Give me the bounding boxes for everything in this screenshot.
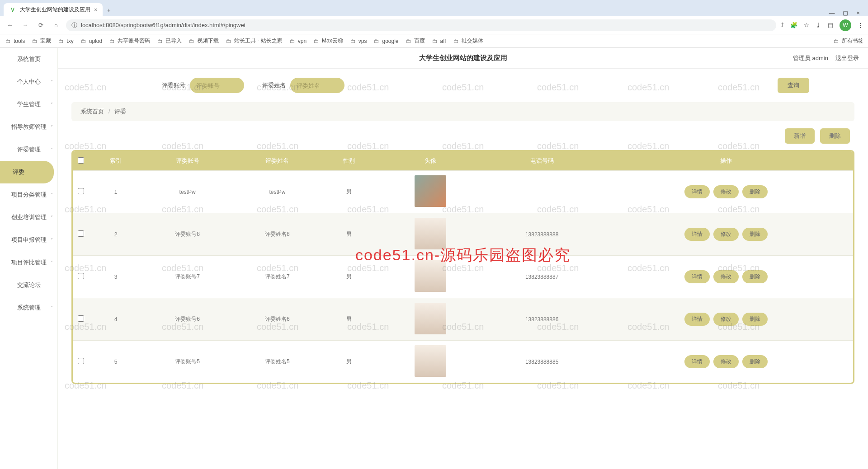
search-button[interactable]: 查询 xyxy=(778,78,809,93)
bookmark-item[interactable]: 🗀站长工具 - 站长之家 xyxy=(225,37,283,45)
bookmark-label: 宝藏 xyxy=(40,37,51,45)
row-actions: 详情修改删除 xyxy=(602,313,849,326)
bookmark-item[interactable]: 🗀已导入 xyxy=(156,37,182,45)
bookmark-item[interactable]: 🗀共享账号密码 xyxy=(108,37,150,45)
reload-button[interactable]: ⟳ xyxy=(35,22,46,28)
bookmark-item[interactable]: 🗀txy xyxy=(57,38,73,45)
extensions-icon[interactable]: 🧩 xyxy=(790,22,797,28)
folder-icon: 🗀 xyxy=(405,38,412,45)
select-all-checkbox[interactable] xyxy=(78,157,84,164)
bookmark-label: txy xyxy=(66,38,73,44)
sidebar-item[interactable]: 评委 xyxy=(0,161,54,183)
detail-button[interactable]: 详情 xyxy=(684,185,710,198)
sidebar-item[interactable]: 项目评比管理 xyxy=(0,251,57,274)
edit-button[interactable]: 修改 xyxy=(713,270,739,283)
browser-tab[interactable]: V 大学生创业网站的建设及应用 × xyxy=(4,3,103,16)
share-icon[interactable]: ⤴ xyxy=(781,22,784,28)
sidebar-item[interactable]: 创业培训管理 xyxy=(0,206,57,229)
bookmark-item[interactable]: 🗀tools xyxy=(5,38,25,45)
cell-index: 2 xyxy=(89,213,142,256)
bookmark-all[interactable]: 🗀所有书签 xyxy=(833,37,863,45)
bookmark-label: 所有书签 xyxy=(842,37,863,45)
row-checkbox[interactable] xyxy=(78,273,84,279)
delete-button[interactable]: 删除 xyxy=(820,128,850,144)
sidebar-item[interactable]: 交流论坛 xyxy=(0,274,57,296)
downloads-icon[interactable]: ⭳ xyxy=(816,22,821,28)
bookmark-star-icon[interactable]: ☆ xyxy=(804,22,809,28)
cell-name: 评委姓名8 xyxy=(232,213,322,256)
table-header-cell: 头像 xyxy=(376,151,485,171)
bookmark-label: aff xyxy=(440,38,446,44)
sidebar-item[interactable]: 学生管理 xyxy=(0,93,57,116)
bookmark-item[interactable]: 🗀uplod xyxy=(80,38,102,45)
row-checkbox[interactable] xyxy=(78,315,84,322)
folder-icon: 🗀 xyxy=(57,38,65,45)
sidebar-item[interactable]: 指导教师管理 xyxy=(0,116,57,138)
bookmark-item[interactable]: 🗀Max云梯 xyxy=(313,37,343,45)
bookmark-item[interactable]: 🗀vps xyxy=(349,38,367,45)
close-tab-icon[interactable]: × xyxy=(94,7,97,13)
new-tab-button[interactable]: + xyxy=(103,4,115,16)
add-button[interactable]: 新增 xyxy=(785,128,815,144)
row-delete-button[interactable]: 删除 xyxy=(742,355,768,368)
row-checkbox[interactable] xyxy=(78,230,84,237)
sidebar-item[interactable]: 系统管理 xyxy=(0,296,57,319)
address-bar: ← → ⟳ ⌂ ⓘ localhost:8080/springbootw6f1g… xyxy=(0,16,868,34)
bookmark-item[interactable]: 🗀视频下载 xyxy=(188,37,219,45)
profile-avatar[interactable]: W xyxy=(840,19,851,31)
app-header: 大学生创业网站的建设及应用 管理员 admin 退出登录 xyxy=(58,48,868,69)
detail-button[interactable]: 详情 xyxy=(684,355,710,368)
bookmark-label: 站长工具 - 站长之家 xyxy=(234,37,283,45)
avatar-image xyxy=(415,175,446,207)
bookmarks-bar: 🗀tools🗀宝藏🗀txy🗀uplod🗀共享账号密码🗀已导入🗀视频下载🗀站长工具… xyxy=(0,34,868,48)
bookmark-item[interactable]: 🗀百度 xyxy=(405,37,425,45)
row-checkbox[interactable] xyxy=(78,358,84,364)
bookmark-item[interactable]: 🗀社交媒体 xyxy=(453,37,483,45)
search-name-input[interactable] xyxy=(290,78,344,93)
cell-gender: 男 xyxy=(322,341,376,383)
row-delete-button[interactable]: 删除 xyxy=(742,313,768,326)
user-label[interactable]: 管理员 admin xyxy=(793,54,828,62)
sidebar-item[interactable]: 系统首页 xyxy=(0,48,57,70)
logout-button[interactable]: 退出登录 xyxy=(835,54,859,62)
row-checkbox[interactable] xyxy=(78,188,84,194)
search-account-input[interactable] xyxy=(190,78,244,93)
bookmark-item[interactable]: 🗀vpn xyxy=(289,38,307,45)
table-header-cell: 评委姓名 xyxy=(232,151,322,171)
reading-list-icon[interactable]: ▤ xyxy=(828,22,833,28)
sidebar-item[interactable]: 项目申报管理 xyxy=(0,229,57,251)
detail-button[interactable]: 详情 xyxy=(684,313,710,326)
row-delete-button[interactable]: 删除 xyxy=(742,270,768,283)
row-delete-button[interactable]: 删除 xyxy=(742,185,768,198)
detail-button[interactable]: 详情 xyxy=(684,270,710,283)
search-row: 评委账号 评委姓名 查询 xyxy=(71,78,854,93)
cell-phone: 13823888887 xyxy=(485,256,599,298)
edit-button[interactable]: 修改 xyxy=(713,313,739,326)
edit-button[interactable]: 修改 xyxy=(713,228,739,241)
bookmark-item[interactable]: 🗀aff xyxy=(431,38,446,45)
detail-button[interactable]: 详情 xyxy=(684,228,710,241)
cell-index: 4 xyxy=(89,298,142,341)
url-bar[interactable]: ⓘ localhost:8080/springbootw6f1g/admin/d… xyxy=(66,19,776,31)
back-button[interactable]: ← xyxy=(5,22,15,28)
avatar-image xyxy=(415,303,446,334)
site-info-icon[interactable]: ⓘ xyxy=(71,21,77,29)
edit-button[interactable]: 修改 xyxy=(713,185,739,198)
edit-button[interactable]: 修改 xyxy=(713,355,739,368)
maximize-icon[interactable]: ▢ xyxy=(843,9,848,16)
breadcrumb-home[interactable]: 系统首页 xyxy=(80,108,104,115)
menu-icon[interactable]: ⋮ xyxy=(858,22,863,28)
sidebar-item[interactable]: 项目分类管理 xyxy=(0,183,57,206)
folder-icon: 🗀 xyxy=(80,38,87,45)
sidebar-item[interactable]: 评委管理 xyxy=(0,138,57,161)
bookmark-item[interactable]: 🗀宝藏 xyxy=(31,37,51,45)
table-header-cell: 电话号码 xyxy=(485,151,599,171)
table-header-cell: 索引 xyxy=(89,151,142,171)
minimize-icon[interactable]: — xyxy=(829,9,835,16)
forward-button[interactable]: → xyxy=(20,22,31,28)
bookmark-item[interactable]: 🗀google xyxy=(373,38,398,45)
home-button[interactable]: ⌂ xyxy=(51,22,61,28)
close-window-icon[interactable]: × xyxy=(856,9,860,16)
sidebar-item[interactable]: 个人中心 xyxy=(0,70,57,93)
row-delete-button[interactable]: 删除 xyxy=(742,228,768,241)
